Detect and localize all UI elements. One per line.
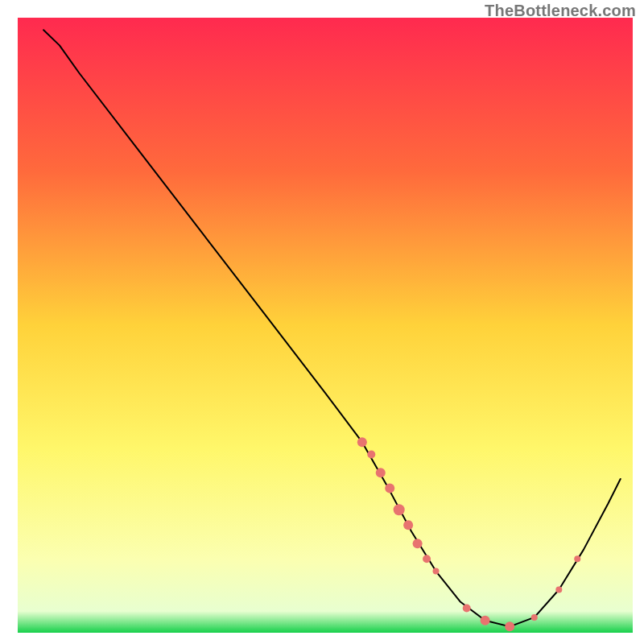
gradient-curve-chart [0,0,644,644]
data-point-marker [367,450,375,458]
data-point-marker [531,614,538,621]
data-point-marker [463,604,471,612]
chart-container: TheBottleneck.com [0,0,644,644]
data-point-marker [357,437,367,447]
data-point-marker [481,616,490,625]
data-point-marker [555,587,562,593]
data-point-marker [403,520,413,530]
plot-background [18,18,633,633]
watermark-label: TheBottleneck.com [485,2,636,20]
data-point-marker [423,555,431,563]
data-point-marker [376,468,386,477]
data-point-marker [394,504,405,515]
data-point-marker [433,568,440,575]
data-point-marker [574,555,580,562]
data-point-marker [505,621,514,631]
data-point-marker [413,539,423,548]
data-point-marker [385,483,394,493]
